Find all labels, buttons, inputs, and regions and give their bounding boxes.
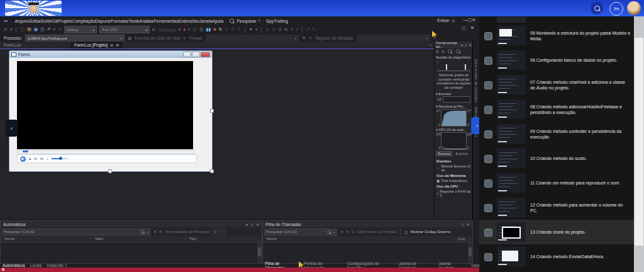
play-button[interactable]: ▶: [20, 156, 26, 162]
playlist-item[interactable]: 07 Criando método criarHost e adiciona a…: [479, 72, 634, 97]
playlist-item[interactable]: 11 Criando um método para reproduzir o s…: [479, 171, 634, 195]
chevron-down-icon[interactable]: ▾: [179, 25, 181, 34]
menu-item[interactable]: Projeto: [58, 19, 72, 23]
collapse-icon[interactable]: ⤡: [313, 25, 316, 34]
undo-icon[interactable]: ↶: [47, 25, 51, 34]
lesson-checkbox[interactable]: [484, 204, 492, 212]
tab-overflow-icon[interactable]: ▾: [430, 43, 431, 47]
lesson-checkbox[interactable]: [484, 106, 492, 114]
align-right-icon[interactable]: ⊐: [272, 25, 275, 34]
menu-item[interactable]: Teste: [129, 19, 140, 23]
pin-icon[interactable]: ⇩: [464, 43, 467, 47]
playlist-item[interactable]: 14 Criando metodo EnviarDataEHora.: [479, 244, 634, 269]
tab-eventos[interactable]: Eventos: [453, 151, 470, 156]
tab-form1-designer[interactable]: Form1.cs [Projeto] ⊙ ✕: [70, 42, 123, 48]
avatar[interactable]: [627, 1, 641, 15]
preview-icon[interactable]: ▥: [199, 25, 204, 34]
stop-button[interactable]: ■: [29, 157, 31, 161]
autos-search-box[interactable]: ▾: [2, 229, 150, 235]
menu-item[interactable]: Formatar: [111, 19, 128, 23]
step-over-icon[interactable]: ↷: [231, 25, 235, 34]
menu-item[interactable]: Janela: [199, 19, 213, 23]
toolbar-label[interactable]: Continuar: [158, 28, 176, 32]
bottom-tab[interactable]: Locais: [30, 263, 42, 268]
group-icon[interactable]: ⊟: [278, 25, 282, 34]
lesson-checkbox[interactable]: [484, 155, 492, 163]
page-scrollbar[interactable]: [634, 16, 644, 272]
window-button[interactable]: ✕: [472, 18, 475, 22]
course-logo[interactable]: [5, 1, 62, 16]
save-all-icon[interactable]: ◫: [40, 25, 45, 34]
menu-item[interactable]: Ferramentas: [153, 19, 179, 23]
stackframe-combo[interactable]: ▾: [357, 35, 430, 42]
continue-icon[interactable]: ▶: [152, 25, 155, 34]
size-icon[interactable]: ⊞: [284, 25, 288, 34]
zoom-out-icon[interactable]: [456, 49, 460, 53]
lesson-checkbox[interactable]: [484, 179, 492, 188]
external-code-toggle[interactable]: Mostrar Código Externo: [411, 230, 450, 234]
close-icon[interactable]: ✕: [467, 222, 470, 227]
playlist-item[interactable]: 06 Configurando banco de dados no projet…: [479, 48, 634, 72]
callstack-grid[interactable]: [263, 242, 472, 263]
progress-badge[interactable]: 3%: [609, 2, 623, 16]
toolbar-combo[interactable]: Any CPU▾: [99, 26, 150, 33]
menu-item[interactable]: Editar: [30, 19, 41, 23]
chevron-down-icon[interactable]: ▾: [188, 25, 191, 34]
resize-handle-right[interactable]: [210, 109, 214, 113]
events-section[interactable]: ▾ Eventos: [435, 91, 473, 96]
process-combo[interactable]: [12804] SpyTrolling.exe▾: [25, 35, 125, 42]
close-tab-icon[interactable]: ✕: [116, 43, 119, 47]
playlist-item[interactable]: 13 Criando ícone do projeto.: [479, 220, 634, 244]
playlist-item[interactable]: 05 Montando a estrutura do projeto pasta…: [479, 23, 634, 48]
take-snapshot-link[interactable]: ▣Tirar Instantâneo: [435, 178, 473, 183]
new-file-icon[interactable]: ▢: [20, 25, 25, 34]
menu-item[interactable]: Git: [52, 19, 58, 23]
stop-icon[interactable]: ■: [213, 25, 216, 34]
reset-view-icon[interactable]: ↻: [441, 49, 445, 54]
thread-combo[interactable]: ▾: [206, 35, 299, 42]
close-icon[interactable]: ✕: [256, 222, 259, 227]
show-events-link[interactable]: —Mostrar Eventos (0 de: [435, 163, 473, 172]
prev-button[interactable]: ⏴⏴: [34, 157, 37, 161]
menu-item[interactable]: Análise: [140, 19, 154, 23]
chevron-down-icon[interactable]: ▾: [461, 43, 463, 47]
restart-icon[interactable]: ↻: [219, 25, 223, 34]
menu-item[interactable]: Exibir: [41, 19, 52, 23]
lesson-checkbox[interactable]: [484, 229, 492, 237]
tab-solution-explorer[interactable]: Gerenciador de Soluções: [474, 59, 478, 103]
pause-icon[interactable]: ▮▮: [206, 25, 211, 34]
memory-section[interactable]: ▾ Memória do Pro...: [435, 103, 473, 108]
volume-slider[interactable]: [52, 158, 68, 159]
tab-form1-cs[interactable]: Form1.cs: [0, 42, 25, 48]
open-folder-icon[interactable]: ▤: [27, 25, 31, 34]
toolbar-combo[interactable]: Debug▾: [64, 26, 97, 33]
scrollbar-thumb[interactable]: [635, 38, 643, 246]
menu-item[interactable]: Depurar: [95, 19, 111, 23]
seek-thumb[interactable]: [23, 150, 28, 152]
prev-icon[interactable]: ◄: [153, 230, 157, 234]
bottom-tab[interactable]: Inspeção 1: [47, 263, 67, 268]
carousel-prev-button[interactable]: ‹: [6, 120, 18, 137]
hot-reload-icon[interactable]: ♦: [183, 25, 186, 34]
menu-item[interactable]: Ajuda: [213, 19, 224, 23]
playlist-item[interactable]: 10 Criando método do susto.: [479, 146, 634, 171]
record-cpu-link[interactable]: ●Registrar o Perfil da C: [435, 188, 473, 197]
pin-icon[interactable]: ⊙: [110, 43, 113, 47]
step-into-icon[interactable]: ⇣: [225, 25, 228, 34]
callstack-search-input[interactable]: [266, 230, 325, 234]
search-button[interactable]: [591, 2, 603, 14]
callstack-search-box[interactable]: ▾: [264, 229, 337, 235]
diagnostic-timeline[interactable]: [437, 64, 470, 71]
playlist-item[interactable]: 08 Criando método adicionarHostAoFirebas…: [479, 97, 634, 122]
bottom-tab[interactable]: Automáticos: [3, 263, 25, 268]
autos-scrollbar[interactable]: [257, 242, 262, 263]
step-out-icon[interactable]: ⇡: [237, 25, 241, 34]
chevron-down-icon[interactable]: ▾: [10, 25, 13, 34]
chevron-down-icon[interactable]: ▾: [246, 222, 248, 227]
lesson-checkbox[interactable]: [484, 81, 492, 89]
threads-toggle[interactable]: Exibir todos os Threads: [357, 230, 396, 234]
callstack-scrollbar[interactable]: [468, 242, 472, 263]
next-button[interactable]: ⏵⏵: [40, 157, 43, 161]
save-icon[interactable]: ▣: [34, 25, 38, 34]
chevron-down-icon[interactable]: ▾: [255, 25, 258, 34]
